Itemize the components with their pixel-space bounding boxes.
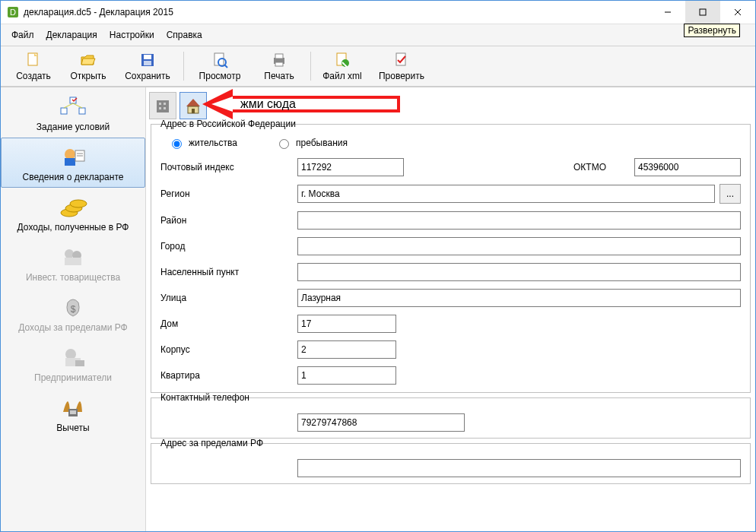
deductions-icon: [58, 395, 88, 421]
tool-label: Просмотр: [199, 71, 241, 81]
radio-residence-label: жительства: [189, 138, 237, 148]
tool-create[interactable]: Создать: [7, 50, 60, 83]
label-locality: Населенный пункт: [160, 267, 297, 277]
svg-line-15: [224, 65, 227, 68]
menu-help[interactable]: Справка: [162, 28, 207, 42]
tool-print[interactable]: Печать: [253, 50, 306, 83]
label-postcode: Почтовый индекс: [160, 162, 297, 173]
radio-residence-input[interactable]: [172, 139, 182, 149]
svg-rect-28: [65, 158, 75, 166]
save-icon: [138, 52, 157, 70]
radio-stay-input[interactable]: [279, 139, 289, 149]
svg-rect-18: [275, 62, 283, 66]
input-street[interactable]: [297, 289, 741, 307]
menu-file[interactable]: Файл: [7, 28, 39, 42]
svg-rect-23: [61, 108, 67, 114]
label-district: Район: [160, 215, 297, 226]
annotation-arrow: жми сюда: [202, 89, 400, 119]
tool-label: Открыть: [70, 71, 106, 81]
tool-check[interactable]: Проверить: [370, 50, 433, 83]
print-icon: [270, 52, 288, 70]
svg-rect-44: [157, 100, 169, 112]
tool-save[interactable]: Сохранить: [116, 50, 179, 83]
sidebar-item-deductions[interactable]: Вычеты: [1, 388, 145, 439]
house-icon: [183, 96, 203, 116]
menubar: Файл Декларация Настройки Справка: [1, 24, 755, 46]
input-region[interactable]: [297, 185, 715, 203]
tool-open[interactable]: Открыть: [62, 50, 115, 83]
svg-marker-9: [81, 59, 95, 65]
input-oktmo[interactable]: [634, 158, 741, 176]
svg-rect-43: [70, 410, 76, 414]
sidebar-item-conditions[interactable]: Задание условий: [1, 87, 145, 138]
tool-label: Проверить: [379, 71, 424, 81]
svg-rect-11: [144, 55, 151, 59]
tool-preview[interactable]: Просмотр: [189, 50, 251, 83]
input-district[interactable]: [297, 211, 741, 230]
titlebar: D декларация.dc5 - Декларация 2015 Разве…: [1, 1, 755, 24]
sidebar-item-label: Доходы за пределами РФ: [18, 322, 127, 333]
sidebar-item-income-rf[interactable]: Доходы, полученные в РФ: [1, 188, 145, 238]
invest-icon: [58, 245, 88, 271]
svg-rect-51: [192, 109, 195, 113]
svg-rect-48: [164, 107, 166, 109]
close-button[interactable]: [720, 1, 755, 24]
tool-xml[interactable]: Файл xml: [316, 50, 369, 83]
label-building: Корпус: [160, 344, 297, 355]
svg-point-39: [65, 349, 76, 359]
svg-rect-37: [65, 258, 81, 265]
svg-point-27: [65, 149, 75, 160]
sidebar-item-label: Доходы, полученные в РФ: [17, 222, 129, 233]
window-title: декларация.dc5 - Декларация 2015: [24, 7, 173, 17]
sidebar-item-entrepreneurs: Предприниматели: [1, 338, 145, 388]
toolbar: Создать Открыть Сохранить Просмотр Печат…: [1, 46, 755, 87]
tool-label: Печать: [264, 71, 294, 81]
radio-stay-label: пребывания: [296, 138, 348, 148]
input-address-foreign[interactable]: [297, 459, 741, 477]
button-region-picker[interactable]: ...: [719, 184, 741, 204]
input-building[interactable]: [297, 340, 396, 359]
menu-settings[interactable]: Настройки: [105, 28, 159, 42]
svg-rect-46: [164, 103, 166, 105]
preview-icon: [211, 52, 229, 70]
toolbar-separator: [310, 52, 311, 81]
sidebar: Задание условий Сведения о декларанте До…: [1, 87, 146, 531]
input-city[interactable]: [297, 237, 741, 255]
file-new-icon: [24, 52, 43, 70]
input-postcode[interactable]: [297, 158, 404, 176]
maximize-button[interactable]: [685, 1, 720, 24]
minimize-button[interactable]: [650, 1, 685, 24]
sidebar-item-label: Инвест. товарищества: [26, 272, 120, 283]
input-house[interactable]: [297, 315, 396, 333]
tab-person[interactable]: [149, 92, 176, 119]
sidebar-item-declarant[interactable]: Сведения о декларанте: [1, 138, 145, 188]
input-flat[interactable]: [297, 366, 396, 385]
svg-rect-12: [144, 61, 151, 65]
sidebar-item-invest: Инвест. товарищества: [1, 238, 145, 288]
person-card-icon: [58, 144, 88, 170]
ellipsis-icon: ...: [726, 188, 734, 199]
svg-text:D: D: [10, 8, 16, 17]
sidebar-item-income-abroad: $ Доходы за пределами РФ: [1, 288, 145, 338]
svg-line-26: [73, 103, 82, 108]
toolbar-separator: [183, 52, 184, 81]
svg-point-34: [70, 200, 87, 207]
sidebar-item-label: Задание условий: [37, 122, 110, 132]
building-icon: [153, 96, 173, 116]
sidebar-item-label: Вычеты: [56, 423, 89, 433]
svg-rect-47: [159, 107, 161, 109]
label-oktmo: ОКТМО: [573, 162, 634, 173]
svg-line-25: [64, 103, 73, 108]
entrepreneur-icon: [58, 345, 88, 371]
sidebar-item-label: Сведения о декларанте: [23, 172, 124, 182]
radio-residence[interactable]: жительства: [168, 137, 237, 149]
menu-declaration[interactable]: Декларация: [42, 28, 102, 42]
svg-rect-21: [396, 53, 405, 65]
coins-icon: [58, 195, 88, 220]
input-locality[interactable]: [297, 263, 741, 281]
input-phone[interactable]: [297, 413, 465, 432]
fieldset-address-rf: Адрес в Российской Федерации жительства …: [151, 124, 751, 393]
radio-stay[interactable]: пребывания: [275, 137, 348, 149]
conditions-icon: [58, 94, 88, 120]
folder-open-icon: [79, 52, 97, 70]
